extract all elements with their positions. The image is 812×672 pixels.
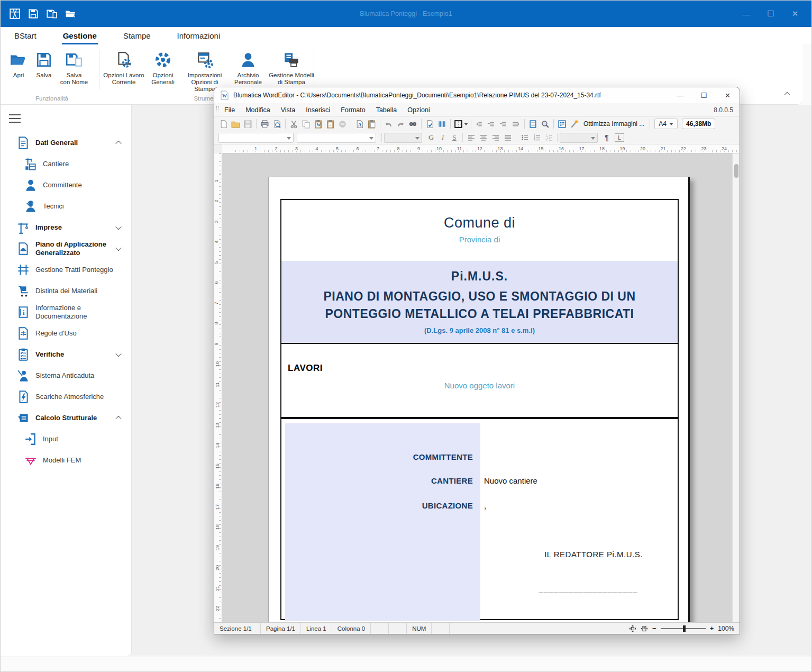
pilcrow-button[interactable]: ¶: [601, 132, 613, 143]
open-folder-icon[interactable]: [65, 8, 76, 20]
document-page[interactable]: Comune di Provincia di Pi.M.U.S. PIANO D…: [268, 177, 690, 622]
sidebar-item-imprese[interactable]: Imprese: [1, 217, 131, 238]
main-maximize-button[interactable]: ☐: [759, 1, 783, 27]
redo-button[interactable]: [395, 119, 407, 130]
cut-button[interactable]: [288, 119, 300, 130]
tab-gestione[interactable]: Gestione: [62, 28, 98, 44]
zoom-out-button[interactable]: −: [652, 624, 656, 632]
zoom-slider-thumb[interactable]: [683, 625, 686, 632]
chevron-down-icon[interactable]: [115, 224, 121, 230]
sidebar-item-distinta-dei-materiali[interactable]: Distinta dei Materiali: [1, 280, 131, 302]
ribbon-button-gestione-modelli[interactable]: Gestione Modelli di Stampa: [267, 49, 316, 86]
page-layout-button[interactable]: [527, 119, 539, 130]
align-justify-button[interactable]: [501, 132, 514, 143]
wordeditor-minimize-button[interactable]: —: [668, 87, 692, 103]
chevron-up-icon[interactable]: [115, 416, 121, 422]
delete-button[interactable]: [336, 119, 349, 130]
new-document-button[interactable]: [217, 119, 230, 130]
vertical-scrollbar[interactable]: [732, 153, 740, 622]
app-logo-icon[interactable]: [9, 8, 21, 20]
main-minimize-button[interactable]: —: [734, 1, 759, 27]
ribbon-collapse-button[interactable]: [781, 89, 793, 99]
sidebar-item-calcolo-strutturale[interactable]: Calcolo Strutturale: [1, 407, 131, 429]
font-document-button[interactable]: A: [353, 119, 366, 130]
optimize-images-button[interactable]: Ottimizza Immagini ...: [583, 120, 644, 128]
chevron-down-icon[interactable]: [115, 245, 121, 251]
style-combo[interactable]: [297, 133, 376, 143]
sidebar-item-committente[interactable]: Committente: [1, 175, 131, 196]
sidebar-item-scariche-atmosferiche[interactable]: Scariche Atmosferiche: [1, 386, 131, 407]
print-button[interactable]: [259, 119, 271, 130]
save-icon[interactable]: [28, 8, 39, 20]
menu-modifica[interactable]: Modifica: [240, 104, 276, 116]
menu-opzioni[interactable]: Opzioni: [402, 104, 435, 116]
numbered-list-button[interactable]: 123: [531, 132, 543, 143]
save-button[interactable]: [242, 119, 254, 130]
find-button[interactable]: [407, 119, 419, 130]
outline-button[interactable]: [556, 119, 568, 130]
multilevel-list-button[interactable]: 1.1.12.: [543, 132, 555, 143]
sidebar-item-dati-generali[interactable]: Dati Generali: [1, 132, 131, 153]
columns-button[interactable]: [436, 119, 448, 130]
sidebar-item-gestione-tratti-ponteggio[interactable]: Gestione Tratti Ponteggio: [1, 259, 131, 280]
zoom-combo[interactable]: [560, 133, 598, 143]
spellcheck-button[interactable]: [424, 119, 436, 130]
undo-button[interactable]: [382, 119, 395, 130]
paste-word-button[interactable]: W: [312, 119, 324, 130]
paste-button[interactable]: [324, 119, 336, 130]
optimize-wand-button[interactable]: [568, 119, 580, 130]
open-button[interactable]: [230, 119, 242, 130]
menu-vista[interactable]: Vista: [276, 104, 301, 116]
ribbon-button-apri[interactable]: Apri: [7, 49, 30, 79]
chevron-down-icon[interactable]: [115, 351, 121, 357]
hamburger-menu-icon[interactable]: [9, 114, 21, 123]
save-as-icon[interactable]: [46, 8, 58, 20]
wordeditor-titlebar[interactable]: W Blumatica WordEditor - C:\Users\Docume…: [214, 87, 740, 103]
sidebar-item-modelli-fem[interactable]: Modelli FEM: [1, 450, 131, 471]
ribbon-button-salva[interactable]: Salva con Nome: [58, 49, 90, 86]
wordeditor-maximize-button[interactable]: ☐: [692, 87, 716, 103]
bullet-list-button[interactable]: [518, 132, 531, 143]
ribbon-button-salva[interactable]: Salva: [32, 49, 56, 79]
font-name-combo[interactable]: [218, 133, 294, 143]
align-left-button[interactable]: [465, 132, 477, 143]
sidebar-item-sistema-anticaduta[interactable]: Sistema Anticaduta: [1, 365, 131, 386]
align-center-button[interactable]: [477, 132, 489, 143]
italic-button[interactable]: I: [437, 132, 449, 143]
tab-stampe[interactable]: Stampe: [122, 28, 152, 44]
chevron-up-icon[interactable]: [115, 141, 121, 147]
move-left-button[interactable]: [473, 119, 486, 130]
copy-button[interactable]: [300, 119, 312, 130]
main-close-button[interactable]: ✕: [783, 1, 807, 27]
zoom-in-button[interactable]: +: [710, 624, 714, 632]
zoom-button[interactable]: [539, 119, 551, 130]
sidebar-item-input[interactable]: Input: [1, 429, 131, 450]
font-size-combo[interactable]: [384, 133, 422, 143]
menu-inserisci[interactable]: Inserisci: [300, 104, 335, 116]
tab-bstart[interactable]: BStart: [13, 28, 38, 44]
print-preview-button[interactable]: [271, 119, 283, 130]
menu-formato[interactable]: Formato: [335, 104, 371, 116]
ribbon-button-opzioni[interactable]: Opzioni Generali: [148, 49, 178, 86]
field-box-button[interactable]: L: [615, 133, 624, 142]
wordeditor-close-button[interactable]: ✕: [716, 87, 740, 103]
tab-informazioni[interactable]: Informazioni: [176, 28, 222, 44]
scrollbar-thumb[interactable]: [734, 164, 738, 178]
sidebar-item-informazione-e-documentazione[interactable]: iInformazione e Documentazione: [1, 302, 131, 323]
sidebar-item-regole-d-uso[interactable]: Regole d'Uso: [1, 323, 131, 344]
page-size-dropdown[interactable]: A4: [654, 119, 678, 129]
ribbon-button-archivio[interactable]: Archivio Personale: [231, 49, 265, 86]
sidebar-item-cantiere[interactable]: Cantiere: [1, 153, 131, 175]
borders-button[interactable]: [453, 119, 469, 130]
move-up-button[interactable]: [486, 119, 498, 130]
sidebar-item-verifiche[interactable]: Verifiche: [1, 344, 131, 365]
ribbon-button-opzioni-lavoro[interactable]: Opzioni Lavoro Corrente: [102, 49, 145, 86]
sidebar-item-piano-di-applicazione-generalizzato[interactable]: Piano di Applicazione Generalizzato: [1, 238, 131, 259]
menu-file[interactable]: File: [219, 104, 240, 116]
document-area[interactable]: Comune di Provincia di Pi.M.U.S. PIANO D…: [222, 153, 740, 622]
fit-page-icon[interactable]: [641, 625, 648, 632]
sidebar-item-tecnici[interactable]: Tecnici: [1, 196, 131, 217]
zoom-slider[interactable]: [661, 628, 706, 629]
move-down-button[interactable]: [498, 119, 510, 130]
pan-mode-icon[interactable]: [629, 625, 636, 632]
